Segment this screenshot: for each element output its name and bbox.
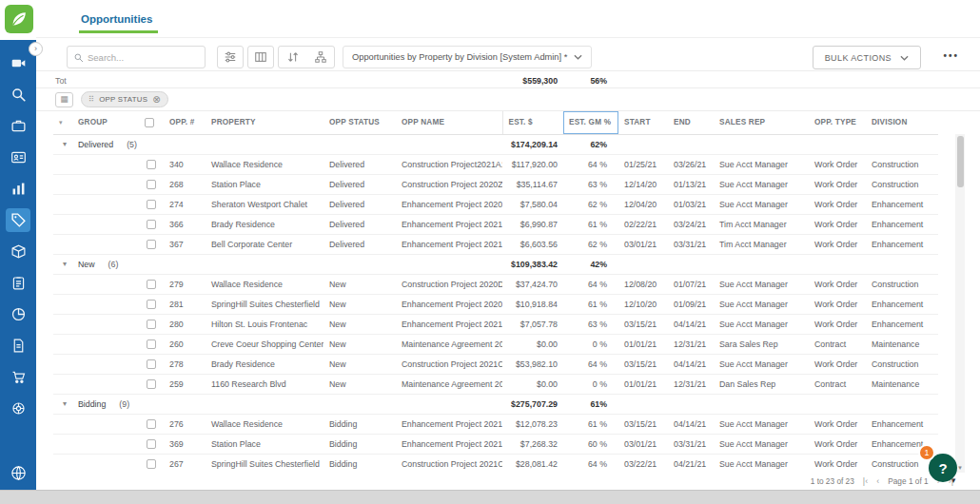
bulk-actions-button[interactable]: BULK ACTIONS <box>813 46 921 69</box>
row-checkbox[interactable] <box>147 339 156 349</box>
group-collapse-caret[interactable]: ▾ <box>63 260 67 268</box>
opportunity-row[interactable]: 281SpringHill Suites ChesterfieldNewEnha… <box>53 294 938 314</box>
sidebar-item-briefcase[interactable] <box>6 114 30 138</box>
first-page-button[interactable]: |‹ <box>863 476 868 486</box>
opportunity-row[interactable]: 340Wallace ResidenceDeliveredConstructio… <box>53 154 938 174</box>
opp-number: 367 <box>164 234 206 254</box>
select-all-checkbox[interactable] <box>145 118 154 127</box>
group-row-new[interactable]: ▾New(6)$109,383.4242% <box>53 254 938 274</box>
opportunity-row[interactable]: 267SpringHill Suites ChesterfieldBidding… <box>53 454 938 473</box>
group-est-total: $174,209.14 <box>502 134 563 154</box>
row-checkbox[interactable] <box>147 180 156 189</box>
sidebar-item-reports[interactable] <box>6 177 30 201</box>
columns-button[interactable] <box>247 46 274 68</box>
column-header-group[interactable]: GROUP <box>72 111 139 134</box>
row-checkbox[interactable] <box>147 300 156 309</box>
chip-remove-icon[interactable]: ⊗ <box>152 94 161 105</box>
grid-header-row: ▾GROUPOPP. #PROPERTYOPP STATUSOPP NAMEES… <box>53 111 938 134</box>
opportunity-row[interactable]: 366Brady ResidenceDeliveredEnhancement P… <box>53 214 938 234</box>
scrollbar-thumb[interactable] <box>957 136 964 187</box>
collapse-all-icon[interactable]: ▾ <box>59 119 63 126</box>
sidebar-item-work-tickets[interactable] <box>6 271 30 295</box>
group-settings-button[interactable]: ▦ <box>55 92 73 107</box>
group-row-bidding[interactable]: ▾Bidding(9)$275,707.2961% <box>53 394 938 414</box>
column-header-status[interactable]: OPP STATUS <box>323 111 396 134</box>
sidebar-item-metrics[interactable] <box>6 302 30 326</box>
column-header-name[interactable]: OPP NAME <box>396 111 502 134</box>
sidebar-item-inventory[interactable] <box>6 240 30 263</box>
opportunity-row[interactable]: 279Wallace ResidenceNewConstruction Proj… <box>53 274 938 294</box>
search-input[interactable] <box>88 52 199 63</box>
column-header-num[interactable]: OPP. # <box>164 111 206 134</box>
sidebar-item-contacts[interactable] <box>6 145 30 169</box>
row-checkbox[interactable] <box>147 359 156 369</box>
column-header-type[interactable]: OPP. TYPE <box>809 111 866 134</box>
prev-page-button[interactable]: ‹ <box>876 476 879 486</box>
hierarchy-button[interactable] <box>306 47 334 68</box>
column-header-start[interactable]: START <box>618 111 668 134</box>
column-header-end[interactable]: END <box>668 111 714 134</box>
row-checkbox[interactable] <box>147 200 156 209</box>
row-checkbox[interactable] <box>147 439 156 449</box>
group-collapse-caret[interactable]: ▾ <box>63 140 67 148</box>
row-checkbox[interactable] <box>147 379 156 389</box>
opp-end-date: 03/31/21 <box>668 234 714 254</box>
row-checkbox[interactable] <box>147 419 156 429</box>
chevron-down-icon <box>574 54 582 60</box>
row-checkbox[interactable] <box>147 280 156 289</box>
opportunity-row[interactable]: 274Sheraton Westport ChaletDeliveredEnha… <box>53 194 938 214</box>
sidebar-item-equipment[interactable] <box>6 397 30 420</box>
opportunity-row[interactable]: 367Bell Corporate CenterDeliveredEnhance… <box>53 234 938 254</box>
opp-name: Enhancement Project 2020AA <box>396 194 502 214</box>
sidebar-item-search[interactable] <box>6 83 30 107</box>
app-logo[interactable] <box>5 5 33 33</box>
columns-icon <box>254 50 267 64</box>
sidebar-collapse-toggle[interactable]: › <box>29 42 43 56</box>
opportunity-row[interactable]: 280Hilton St. Louis FrontenacNewEnhancem… <box>53 314 938 334</box>
opp-sales-rep: Sue Acct Manager <box>714 194 809 214</box>
more-options-button[interactable]: ••• <box>943 50 959 61</box>
row-checkbox[interactable] <box>147 240 156 249</box>
sidebar-item-community[interactable] <box>7 461 29 484</box>
group-gm-total: 62% <box>563 134 618 154</box>
row-checkbox[interactable] <box>147 320 156 329</box>
column-header-est[interactable]: EST. $ <box>502 111 563 134</box>
opportunity-row[interactable]: 268Station PlaceDeliveredConstruction Pr… <box>53 174 938 194</box>
column-header-property[interactable]: PROPERTY <box>206 111 323 134</box>
group-est-total: $275,707.29 <box>502 394 563 414</box>
opportunity-row[interactable]: 278Brady ResidenceNewConstruction Projec… <box>53 354 938 374</box>
group-count: (6) <box>108 260 119 269</box>
sidebar-item-invoices[interactable] <box>6 334 30 358</box>
opp-number: 366 <box>164 214 206 234</box>
sidebar-item-purchasing[interactable] <box>6 365 30 389</box>
opportunity-row[interactable]: 369Station PlaceBiddingEnhancement Proje… <box>53 434 938 454</box>
vertical-scrollbar[interactable] <box>955 134 965 473</box>
opp-type: Work Order <box>809 194 866 214</box>
opportunity-row[interactable]: 2591160 Research BlvdNewMaintenance Agre… <box>53 374 938 394</box>
group-row-delivered[interactable]: ▾Delivered(5)$174,209.1462% <box>53 134 938 154</box>
sidebar-item-video[interactable] <box>6 51 30 75</box>
column-header-gm[interactable]: EST. GM % <box>563 111 618 134</box>
grid-icon: ▦ <box>60 95 69 104</box>
sidebar-item-opportunities[interactable] <box>6 208 30 232</box>
tab-opportunities[interactable]: Opportunities <box>81 0 152 37</box>
column-header-division[interactable]: DIVISION <box>866 111 938 134</box>
search-box[interactable] <box>67 46 206 68</box>
opp-status: Delivered <box>323 234 396 254</box>
filter-button[interactable] <box>217 46 244 68</box>
group-chip-opp-status[interactable]: ⠿ OPP STATUS ⊗ <box>81 91 168 107</box>
group-collapse-caret[interactable]: ▾ <box>63 399 67 408</box>
opportunity-row[interactable]: 276Wallace ResidenceBiddingEnhancement P… <box>53 414 938 434</box>
row-checkbox[interactable] <box>147 459 156 469</box>
opp-property: SpringHill Suites Chesterfield <box>206 294 323 314</box>
notification-badge[interactable]: 1 <box>918 444 935 461</box>
opportunity-row[interactable]: 260Creve Coeur Shopping CenterNewMainten… <box>53 334 938 354</box>
sort-button[interactable] <box>279 47 306 68</box>
column-header-rep[interactable]: SALES REP <box>714 111 809 134</box>
row-checkbox[interactable] <box>147 160 156 169</box>
view-selector-dropdown[interactable]: Opportunities by Property by Division [S… <box>343 46 592 68</box>
opp-end-date: 04/14/21 <box>668 354 714 374</box>
opp-est-amount: $0.00 <box>502 374 563 394</box>
opp-gm-percent: 63 % <box>563 314 618 334</box>
row-checkbox[interactable] <box>147 220 156 229</box>
